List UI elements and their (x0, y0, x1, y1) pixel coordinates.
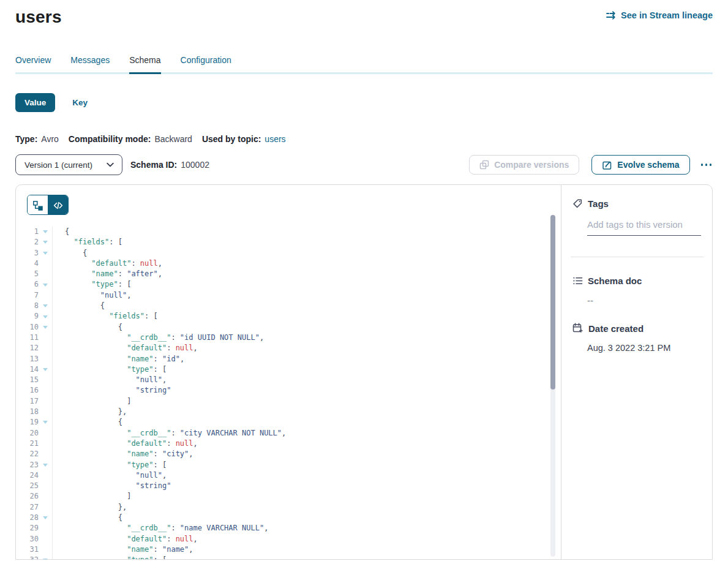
topic-link[interactable]: users (265, 134, 285, 144)
code-text: { (52, 322, 561, 333)
tab-messages[interactable]: Messages (70, 55, 110, 72)
code-line: 28 { (16, 513, 561, 523)
code-line: 21 "default": null, (16, 439, 561, 449)
fold-gutter (39, 491, 52, 502)
page-header: users See in Stream lineage (15, 0, 713, 28)
schema-card: 1{2 "fields": [3 {4 "default": null,5 "n… (15, 184, 713, 560)
value-toggle-button[interactable]: Value (15, 93, 55, 112)
edit-icon (602, 160, 612, 170)
fold-toggle-icon[interactable] (43, 421, 48, 424)
code-text: "default": null, (52, 439, 561, 449)
code-line: 5 "name": "after", (16, 269, 561, 279)
version-select[interactable]: Version 1 (current) (15, 154, 122, 175)
compatibility-pair: Compatibility mode: Backward (69, 134, 192, 144)
line-number: 15 (16, 375, 39, 385)
code-text: "fields": [ (52, 311, 561, 322)
key-toggle-button[interactable]: Key (72, 98, 88, 107)
code-line: 18 }, (16, 407, 561, 417)
line-number: 18 (16, 407, 39, 417)
schema-doc-heading: Schema doc (572, 276, 701, 286)
page-title: users (15, 6, 62, 28)
code-text: "null", (52, 470, 561, 481)
code-text: "type": [ (52, 555, 561, 560)
code-text: { (52, 248, 561, 258)
fold-gutter (39, 439, 52, 449)
json-code-viewer[interactable]: 1{2 "fields": [3 {4 "default": null,5 "n… (16, 227, 561, 560)
fold-toggle-icon[interactable] (43, 284, 48, 287)
schema-meta-row: Type: Avro Compatibility mode: Backward … (15, 134, 713, 144)
fold-toggle-icon[interactable] (43, 516, 48, 519)
dot-icon (705, 164, 708, 166)
code-line: 12 "default": null, (16, 343, 561, 353)
code-line: 6 "type": [ (16, 279, 561, 290)
tab-schema[interactable]: Schema (129, 55, 160, 74)
line-number: 23 (16, 460, 39, 470)
fold-toggle-icon[interactable] (43, 252, 48, 255)
fold-gutter (39, 555, 52, 560)
line-number: 27 (16, 502, 39, 513)
code-view-button[interactable] (48, 195, 68, 215)
line-number: 8 (16, 301, 39, 311)
tags-section: Tags (572, 198, 701, 236)
tab-overview[interactable]: Overview (15, 55, 51, 72)
compare-versions-button[interactable]: Compare versions (469, 155, 579, 175)
fold-toggle-icon[interactable] (43, 326, 48, 329)
version-bar: Version 1 (current) Schema ID: 100002 Co… (15, 154, 713, 175)
evolve-schema-label: Evolve schema (617, 160, 679, 170)
code-line: 30 "default": null, (16, 534, 561, 544)
line-number: 14 (16, 364, 39, 375)
code-text: { (52, 513, 561, 523)
doc-list-icon (572, 276, 583, 286)
tags-input[interactable] (587, 219, 701, 236)
tab-bar: Overview Messages Schema Configuration (15, 55, 713, 74)
fold-gutter (39, 460, 52, 470)
fold-gutter (39, 301, 52, 311)
fold-toggle-icon[interactable] (43, 368, 48, 371)
code-text: "default": null, (52, 534, 561, 544)
fold-gutter (39, 237, 52, 247)
evolve-schema-button[interactable]: Evolve schema (591, 155, 689, 175)
tab-configuration[interactable]: Configuration (181, 55, 231, 72)
sidebar-divider (571, 257, 704, 257)
tree-view-button[interactable] (28, 195, 48, 215)
fold-toggle-icon[interactable] (43, 464, 48, 467)
dot-icon (701, 164, 704, 166)
line-number: 22 (16, 449, 39, 459)
line-number: 16 (16, 385, 39, 396)
fold-gutter (39, 248, 52, 258)
code-text: "string" (52, 385, 561, 396)
code-line: 31 "name": "name", (16, 544, 561, 555)
fold-toggle-icon[interactable] (43, 315, 48, 318)
code-text: "null", (52, 375, 561, 385)
line-number: 13 (16, 354, 39, 364)
stream-lineage-link[interactable]: See in Stream lineage (606, 10, 713, 20)
code-text: "null", (52, 290, 561, 301)
dot-icon (710, 164, 712, 166)
schema-id-label: Schema ID: (130, 160, 177, 170)
fold-toggle-icon[interactable] (43, 559, 48, 560)
stream-lineage-label: See in Stream lineage (621, 10, 713, 20)
code-line: 20 "__crdb__": "city VARCHAR NOT NULL", (16, 428, 561, 439)
fold-toggle-icon[interactable] (43, 230, 48, 233)
code-text: "__crdb__": "name VARCHAR NULL", (52, 523, 561, 533)
fold-gutter (39, 343, 52, 353)
line-number: 6 (16, 279, 39, 290)
code-text: "type": [ (52, 364, 561, 375)
editor-scrollbar-thumb[interactable] (550, 215, 555, 390)
line-number: 4 (16, 258, 39, 269)
more-options-button[interactable] (700, 160, 713, 170)
line-number: 5 (16, 269, 39, 279)
compatibility-label: Compatibility mode: (69, 134, 151, 144)
editor-scrollbar-track[interactable] (550, 215, 555, 557)
fold-toggle-icon[interactable] (43, 304, 48, 307)
fold-toggle-icon[interactable] (43, 241, 48, 244)
line-number: 20 (16, 428, 39, 439)
code-line: 14 "type": [ (16, 364, 561, 375)
fold-gutter (39, 417, 52, 427)
code-text: ] (52, 491, 561, 502)
code-text: { (52, 301, 561, 311)
code-line: 26 ] (16, 491, 561, 502)
line-number: 25 (16, 481, 39, 491)
schema-doc-value: -- (587, 295, 701, 306)
code-text: "type": [ (52, 279, 561, 290)
